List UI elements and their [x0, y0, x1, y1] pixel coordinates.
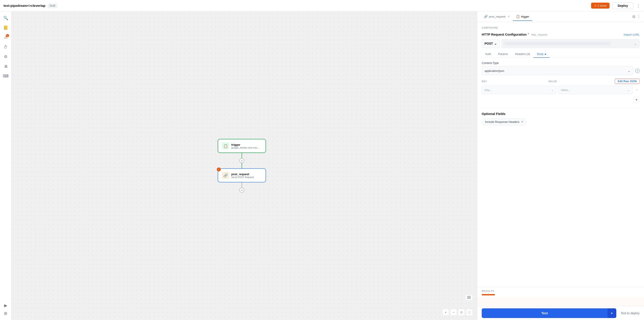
- post-icon: 🔗: [222, 172, 229, 179]
- bottom-bar: Test ▾ Test to deploy: [477, 306, 644, 320]
- test-chevron-btn[interactable]: ▾: [608, 308, 616, 318]
- sidebar-icon-grid[interactable]: ⊞: [2, 309, 10, 317]
- kv-row: Key... ⌄ Value... ⌄ −: [482, 86, 640, 94]
- method-select[interactable]: POST ⌄: [482, 39, 500, 48]
- canvas-controls: + − ⊡ □: [442, 309, 473, 315]
- config-tab-headers[interactable]: Headers (4): [512, 51, 534, 58]
- test-to-deploy-btn[interactable]: Test to deploy: [621, 311, 640, 315]
- connector-2: +: [240, 182, 244, 193]
- hamburger-line-1: [467, 296, 471, 296]
- key-chevron: ⌄: [551, 88, 554, 92]
- map-btn[interactable]: □: [466, 309, 473, 315]
- key-col-label: KEY: [482, 80, 548, 83]
- config-tab-auth[interactable]: Auth: [482, 51, 495, 58]
- hamburger-line-3: [467, 298, 471, 299]
- sidebar-icon-settings[interactable]: ⚙: [2, 53, 10, 61]
- test-button[interactable]: Test: [482, 308, 608, 318]
- sidebar-icon-keyboard[interactable]: ⌨: [2, 72, 10, 80]
- content-type-row: application/json ⌄ i: [482, 66, 640, 75]
- post-title: post_request: [231, 173, 254, 176]
- canvas[interactable]: 📋 trigger google_sheets-new-row-... + ! …: [12, 12, 477, 320]
- kv-add-btn[interactable]: +: [634, 97, 640, 103]
- include-response-headers-label: Include Response Headers: [485, 120, 520, 124]
- trigger-title: trigger: [231, 143, 260, 146]
- tab-post-request-label: post_request: [489, 15, 506, 18]
- sidebar-icon-book[interactable]: 📒: [2, 24, 10, 32]
- content-type-select[interactable]: application/json ⌄: [482, 66, 633, 75]
- content-type-info[interactable]: i: [635, 69, 640, 73]
- sidebar-icon-alert[interactable]: ⚠ 1: [2, 34, 10, 41]
- sidebar-icon-terminal[interactable]: ▶: [2, 301, 10, 309]
- sidebar-icon-history[interactable]: ⏱: [2, 43, 10, 51]
- kv-header: KEY VALUE Edit Raw JSON: [482, 79, 640, 84]
- draft-badge: Draft: [48, 4, 57, 8]
- hamburger-menu[interactable]: [465, 294, 473, 300]
- issue-button[interactable]: ⚠ 1 issue: [591, 3, 610, 9]
- key-input[interactable]: Key... ⌄: [482, 86, 556, 94]
- results-label: RESULTS: [477, 287, 644, 294]
- panel-tabs: 🔗 post_request ✕ 📋 trigger ⊟ ⋮: [477, 12, 644, 22]
- tab-trigger-label: trigger: [521, 15, 529, 18]
- topbar-right: ⚠ 1 issue Deploy ⋮: [591, 3, 641, 9]
- method-value: POST: [484, 42, 493, 45]
- config-tab-body[interactable]: Body: [534, 51, 550, 58]
- config-title-text: HTTP Request Configuration: [482, 33, 527, 36]
- divider: [482, 108, 640, 108]
- trigger-icon: 📋: [222, 142, 229, 149]
- kv-add: +: [482, 96, 640, 105]
- panel-actions: ⊟ ⋮: [632, 15, 640, 19]
- method-chevron: ⌄: [494, 42, 497, 45]
- tab-close-post-request[interactable]: ✕: [508, 15, 510, 18]
- url-input[interactable]: ⌄: [502, 39, 640, 48]
- body-dot: [545, 54, 546, 55]
- zoom-in-btn[interactable]: +: [442, 309, 449, 315]
- config-name: http_request: [531, 33, 547, 36]
- sidebar-bottom: ▶ ⊞: [2, 301, 10, 317]
- value-input[interactable]: Value... ⌄: [558, 86, 633, 94]
- results-content: [477, 297, 644, 306]
- zoom-out-btn[interactable]: −: [450, 309, 457, 315]
- config-header: HTTP Request Configuration * http_reques…: [482, 33, 640, 37]
- panel-more-btn[interactable]: ⋮: [637, 15, 640, 19]
- more-icon[interactable]: ⋮: [636, 3, 640, 8]
- app-title: test-pipedream<>clevertap: [4, 4, 46, 8]
- post-request-node[interactable]: ! 🔗 post_request Send POST Request: [218, 168, 266, 182]
- panel-content: CONFIGURE HTTP Request Configuration * h…: [477, 22, 644, 287]
- import-curl-btn[interactable]: Import cURL: [624, 33, 640, 36]
- add-node-btn-1[interactable]: +: [240, 158, 244, 163]
- trigger-subtitle: google_sheets-new-row-...: [231, 146, 260, 149]
- optional-fields-title: Optional Fields: [482, 112, 640, 116]
- add-node-btn-2[interactable]: +: [240, 188, 244, 193]
- config-tab-params[interactable]: Params: [495, 51, 512, 58]
- url-blur: [504, 42, 610, 45]
- value-chevron: ⌄: [627, 88, 630, 92]
- fit-btn[interactable]: ⊡: [458, 309, 465, 315]
- results-section: RESULTS: [477, 287, 644, 306]
- method-url-row: POST ⌄ ⌄: [482, 39, 640, 48]
- spacer: [482, 125, 640, 131]
- tab-post-request[interactable]: 🔗 post_request ✕: [481, 13, 513, 21]
- value-col-label: VALUE: [548, 80, 615, 83]
- config-tabs: Auth Params Headers (4) Body: [482, 51, 640, 58]
- sidebar-icon-monitor[interactable]: 🖥: [2, 62, 10, 70]
- edit-raw-json-btn[interactable]: Edit Raw JSON: [615, 79, 640, 84]
- trigger-node[interactable]: 📋 trigger google_sheets-new-row-...: [218, 139, 266, 153]
- hamburger-line-2: [467, 297, 471, 297]
- connector-1: +: [240, 153, 244, 168]
- deploy-button[interactable]: Deploy: [612, 3, 634, 9]
- left-sidebar: 🔍 📒 ⚠ 1 ⏱ ⚙ 🖥 ⌨ ▶ ⊞: [0, 12, 12, 320]
- panel-split-btn[interactable]: ⊟: [632, 15, 635, 19]
- post-subtitle: Send POST Request: [231, 176, 254, 178]
- topbar-left: test-pipedream<>clevertap Draft: [4, 4, 57, 8]
- kv-col-labels: KEY VALUE: [482, 80, 615, 83]
- kv-remove-btn[interactable]: −: [634, 87, 640, 93]
- connector-line-1: [242, 153, 242, 158]
- sidebar-icon-search[interactable]: 🔍: [2, 14, 10, 22]
- main-content: 🔍 📒 ⚠ 1 ⏱ ⚙ 🖥 ⌨ ▶ ⊞ 📋 trigger google_she…: [0, 12, 644, 320]
- configure-label: CONFIGURE: [482, 26, 640, 29]
- post-text: post_request Send POST Request: [231, 173, 254, 178]
- include-response-headers-chip[interactable]: Include Response Headers +: [482, 118, 526, 125]
- connector-line-3: [242, 182, 242, 188]
- connector-line-2: [242, 163, 242, 168]
- tab-trigger[interactable]: 📋 trigger: [513, 13, 532, 21]
